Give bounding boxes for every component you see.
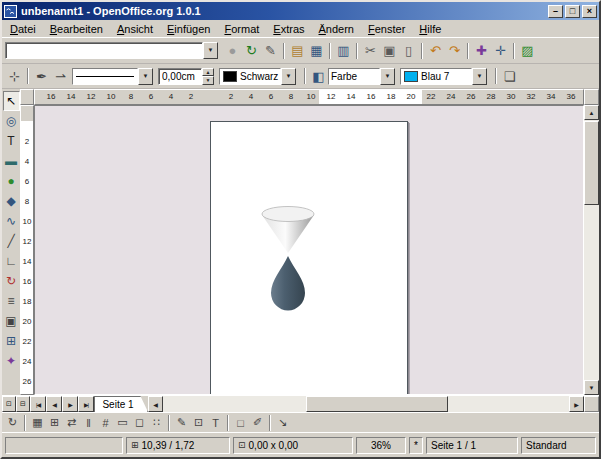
fill-style-value[interactable]: Farbe — [328, 68, 380, 85]
document-page[interactable] — [210, 121, 408, 395]
fill-color-dropdown-button[interactable]: ▼ — [472, 68, 487, 85]
effects-tool[interactable]: ✦ — [3, 351, 20, 371]
scroll-right-button[interactable]: ▶ — [569, 396, 584, 412]
ruler-origin-box[interactable] — [20, 89, 34, 105]
save-icon[interactable]: ▦ — [307, 41, 326, 60]
line-width-spinner[interactable]: ▲ ▼ — [202, 68, 214, 85]
master-mode-button[interactable]: ⊟ — [16, 396, 30, 412]
cut-icon[interactable]: ✂ — [361, 41, 380, 60]
menu-item-extras[interactable]: Extras — [266, 22, 311, 36]
lines-arrows-tool[interactable]: ╱ — [3, 231, 20, 251]
snap-to-grid-icon[interactable]: ⊞ — [46, 415, 63, 431]
undo-icon[interactable]: ↶ — [426, 41, 445, 60]
spin-up-icon[interactable]: ▲ — [202, 68, 214, 77]
menu-item-einfügen[interactable]: Einfügen — [160, 22, 217, 36]
next-page-button[interactable]: ▶ — [62, 396, 78, 412]
menu-item-hilfe[interactable]: Hilfe — [412, 22, 448, 36]
connector-tool[interactable]: ∟ — [3, 251, 20, 271]
vertical-scroll-track[interactable] — [584, 205, 599, 380]
vertical-scroll-thumb[interactable] — [584, 121, 599, 205]
edit-points-icon[interactable]: ⊹ — [5, 67, 24, 86]
minimize-button[interactable]: – — [548, 5, 563, 18]
snap-to-object-points-icon[interactable]: ∷ — [148, 415, 165, 431]
stop-icon[interactable]: ● — [223, 41, 242, 60]
select-text-area-icon[interactable]: ⊡ — [190, 415, 207, 431]
modify-with-attributes-icon[interactable]: ✐ — [249, 415, 266, 431]
menu-item-bearbeiten[interactable]: Bearbeiten — [43, 22, 110, 36]
double-click-text-icon[interactable]: T — [207, 415, 224, 431]
insert-object-icon[interactable]: ✚ — [472, 41, 491, 60]
navigator-icon[interactable]: ✛ — [491, 41, 510, 60]
snap-to-margins-icon[interactable]: ▭ — [114, 415, 131, 431]
line-width-input[interactable] — [158, 68, 202, 85]
exit-all-groups-icon[interactable]: ↘ — [274, 415, 291, 431]
area-style-icon[interactable]: ◧ — [309, 67, 328, 86]
line-style-value[interactable] — [72, 68, 138, 85]
select-tool[interactable]: ↖ — [3, 91, 20, 111]
redo-icon[interactable]: ↷ — [445, 41, 464, 60]
objects3d-tool[interactable]: ◆ — [3, 191, 20, 211]
insert-tool[interactable]: ⊞ — [3, 331, 20, 351]
guides-when-moving-icon[interactable]: ⇄ — [63, 415, 80, 431]
edit-file-icon[interactable]: ✎ — [261, 41, 280, 60]
previous-page-button[interactable]: ◀ — [46, 396, 62, 412]
rotate-tool[interactable]: ↻ — [3, 271, 20, 291]
alignment-tool[interactable]: ≡ — [3, 291, 20, 311]
page-mode-button[interactable]: ⊡ — [2, 396, 16, 412]
page-tab[interactable]: Seite 1 — [94, 396, 148, 412]
ellipse-tool[interactable]: ● — [3, 171, 20, 191]
reload-icon[interactable]: ↻ — [242, 41, 261, 60]
line-color-dropdown-button[interactable]: ▼ — [281, 68, 296, 85]
last-page-button[interactable]: ▶| — [78, 396, 94, 412]
quick-edit-icon[interactable]: ✎ — [173, 415, 190, 431]
print-icon[interactable]: ▥ — [334, 41, 353, 60]
menu-item-datei[interactable]: Datei — [3, 22, 43, 36]
menu-item-format[interactable]: Format — [217, 22, 266, 36]
arrow-style-icon[interactable]: ⇀ — [51, 67, 70, 86]
arrange-tool[interactable]: ▣ — [3, 311, 20, 331]
curve-tool[interactable]: ∿ — [3, 211, 20, 231]
snap-to-snap-lines-icon[interactable]: # — [97, 415, 114, 431]
scroll-left-button[interactable]: ◀ — [148, 396, 163, 412]
vertical-ruler[interactable]: 246810121416182022242628 — [20, 105, 34, 395]
show-grid-icon[interactable]: ▦ — [29, 415, 46, 431]
menu-item-ansicht[interactable]: Ansicht — [110, 22, 160, 36]
first-page-button[interactable]: |◀ — [30, 396, 46, 412]
paste-icon[interactable]: ▯ — [399, 41, 418, 60]
close-button[interactable]: × — [582, 5, 597, 18]
zoom-tool[interactable]: ◎ — [3, 111, 20, 131]
drawing-canvas[interactable] — [34, 105, 584, 395]
spin-down-icon[interactable]: ▼ — [202, 76, 214, 85]
snap-to-object-border-icon[interactable]: ◻ — [131, 415, 148, 431]
gallery-icon[interactable]: ▨ — [518, 41, 537, 60]
simple-handles-icon[interactable]: □ — [232, 415, 249, 431]
horizontal-scrollbar[interactable] — [163, 396, 569, 412]
title-bar[interactable]: unbenannt1 - OpenOffice.org 1.0.1 – □ × — [2, 2, 599, 20]
line-color-value[interactable]: Schwarz — [219, 68, 281, 85]
line-style-combobox: ▼ — [72, 68, 153, 85]
fill-color-value[interactable]: Blau 7 — [400, 68, 472, 85]
horizontal-scroll-thumb[interactable] — [306, 396, 448, 412]
url-dropdown-button[interactable]: ▼ — [203, 42, 218, 59]
scroll-up-button[interactable]: ▲ — [584, 105, 599, 120]
scroll-down-button[interactable]: ▼ — [584, 380, 599, 395]
rectangle-tool[interactable]: ▬ — [3, 151, 20, 171]
copy-icon[interactable]: ▣ — [380, 41, 399, 60]
maximize-button[interactable]: □ — [565, 5, 580, 18]
horizontal-ruler[interactable]: 1614121086422468101214161820222426283032… — [34, 89, 584, 105]
menu-item-ändern[interactable]: Ändern — [312, 22, 361, 36]
text-tool[interactable]: T — [3, 131, 20, 151]
open-icon[interactable]: ▤ — [288, 41, 307, 60]
fill-style-dropdown-button[interactable]: ▼ — [380, 68, 395, 85]
funnel-opening[interactable] — [262, 207, 314, 222]
menu-item-fenster[interactable]: Fenster — [361, 22, 412, 36]
vertical-scrollbar[interactable]: ▲ ▼ — [584, 105, 599, 395]
line-dialog-icon[interactable]: ✒ — [32, 67, 51, 86]
rotation-mode-icon[interactable]: ↻ — [4, 415, 21, 431]
line-style-dropdown-button[interactable]: ▼ — [138, 68, 153, 85]
url-input[interactable] — [5, 42, 203, 59]
teardrop-3d-object[interactable] — [271, 256, 305, 311]
snap-lines-visible-icon[interactable]: ‖ — [80, 415, 97, 431]
shadow-icon[interactable]: ❏ — [500, 67, 519, 86]
status-zoom-field[interactable]: 36% — [356, 437, 406, 454]
